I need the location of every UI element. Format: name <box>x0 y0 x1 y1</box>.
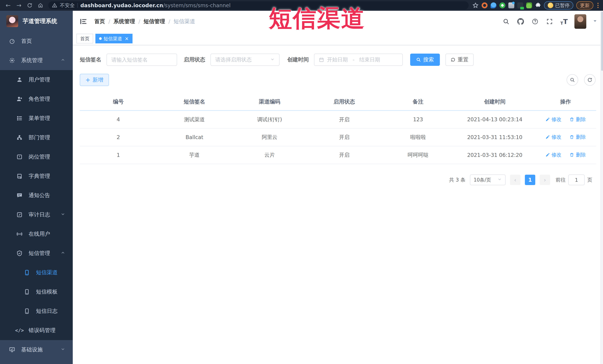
breadcrumb-system[interactable]: 系统管理 <box>114 18 135 25</box>
sidebar-item-notice[interactable]: 通知公告 <box>0 186 73 205</box>
sidebar-item-sms-log[interactable]: 短信日志 <box>0 301 73 321</box>
bookmark-star-icon[interactable] <box>472 2 479 9</box>
reset-button[interactable]: 重置 <box>445 54 474 66</box>
calendar-icon <box>319 57 324 62</box>
sidebar-item-sms-management[interactable]: 短信管理 <box>0 244 73 263</box>
role-icon <box>16 96 23 102</box>
col-header-created: 创建时间 <box>455 93 535 110</box>
sms-channel-table: 编号 短信签名 渠道编码 启用状态 备注 创建时间 操作 4 测试渠道 调试(钉… <box>80 93 596 164</box>
delete-link[interactable]: 删除 <box>569 134 586 140</box>
toggle-search-button[interactable] <box>567 74 578 86</box>
current-page-button[interactable]: 1 <box>525 175 535 185</box>
page-jumper: 前往 页 <box>556 175 592 185</box>
next-page-button[interactable]: › <box>540 175 550 185</box>
end-date-placeholder[interactable]: 结束日期 <box>359 56 380 63</box>
sidebar-item-users[interactable]: 用户管理 <box>0 70 73 89</box>
browser-update-button[interactable]: 更新 <box>576 1 593 10</box>
sidebar-toggle-button[interactable] <box>77 15 90 28</box>
search-button[interactable]: 搜索 <box>410 54 440 66</box>
monitor-icon <box>9 346 16 353</box>
home-icon <box>38 3 43 8</box>
github-icon[interactable] <box>517 17 525 26</box>
paused-label: 已暂停 <box>555 2 569 9</box>
extension-icon-dark-on[interactable] <box>517 2 523 8</box>
sidebar-item-online-users[interactable]: 在线用户 <box>0 224 73 244</box>
signature-label: 短信签名 <box>80 56 101 63</box>
header-search-button[interactable] <box>502 17 510 26</box>
fullscreen-icon[interactable] <box>545 17 554 26</box>
page-size-select[interactable]: 10条/页 <box>470 175 506 185</box>
sidebar-item-audit-log[interactable]: 审计日志 <box>0 205 73 224</box>
col-header-code: 渠道编码 <box>232 93 307 110</box>
signature-input[interactable] <box>106 54 177 66</box>
sidebar-item-depts[interactable]: 部门管理 <box>0 128 73 147</box>
sidebar-logo[interactable]: 芋道管理系统 <box>0 11 73 32</box>
status-label: 启用状态 <box>184 56 205 63</box>
sidebar-item-system[interactable]: 系统管理 <box>0 51 73 70</box>
security-label[interactable]: 不安全 <box>60 2 75 9</box>
extension-icon-pin[interactable] <box>490 2 497 8</box>
prev-page-button[interactable]: ‹ <box>510 175 521 185</box>
menu-tree-icon <box>16 115 23 122</box>
breadcrumb-sms[interactable]: 短信管理 <box>144 18 165 25</box>
refresh-icon <box>587 77 592 83</box>
divider <box>77 3 78 8</box>
scrollbar-thumb[interactable] <box>601 11 603 71</box>
sidebar-item-sms-template[interactable]: 短信模板 <box>0 282 73 301</box>
col-header-status: 启用状态 <box>307 93 381 110</box>
extensions-puzzle-icon[interactable] <box>535 2 541 8</box>
delete-link[interactable]: 删除 <box>569 152 586 158</box>
caret-down-icon[interactable] <box>593 19 597 25</box>
edit-link[interactable]: 修改 <box>545 116 562 123</box>
table-row: 4 测试渠道 调试(钉钉) 开启 123 2021-04-13 00:23:14… <box>80 110 596 128</box>
address-bar[interactable]: 不安全 dashboard.yudao.iocoder.cn/system/sm… <box>48 1 469 10</box>
page-scrollbar[interactable] <box>600 11 603 364</box>
extension-icon-gray[interactable] <box>508 2 514 8</box>
add-button[interactable]: + 新增 <box>80 74 109 86</box>
chevron-down-icon <box>270 57 275 63</box>
sidebar-item-posts[interactable]: 岗位管理 <box>0 147 73 166</box>
sidebar-item-dict[interactable]: 字典管理 <box>0 166 73 186</box>
chevron-down-icon <box>497 177 502 183</box>
table-toolbar: + 新增 <box>80 74 596 86</box>
edit-link[interactable]: 修改 <box>545 134 562 140</box>
profile-paused-pill[interactable]: 已暂停 <box>544 1 573 10</box>
user-avatar[interactable] <box>574 14 586 29</box>
browser-home-button[interactable] <box>36 1 45 10</box>
browser-forward-button[interactable]: → <box>14 1 24 10</box>
browser-back-button[interactable]: ← <box>3 1 13 10</box>
extension-icon-orange[interactable] <box>482 2 487 8</box>
extension-icon-sprout[interactable] <box>526 2 532 8</box>
sidebar-item-menus[interactable]: 菜单管理 <box>0 109 73 128</box>
status-select[interactable]: 请选择启用状态 <box>210 54 279 66</box>
date-range-picker[interactable]: 开始日期 - 结束日期 <box>314 54 403 66</box>
page-jump-input[interactable] <box>568 175 585 185</box>
url-text[interactable]: dashboard.yudao.iocoder.cn/system/sms/sm… <box>80 2 231 9</box>
close-tab-icon[interactable]: × <box>124 36 129 41</box>
message-bubble-icon <box>16 192 23 199</box>
post-icon <box>16 153 23 160</box>
sidebar-item-sms-channel[interactable]: 短信渠道 <box>0 263 73 282</box>
refresh-table-button[interactable] <box>584 74 596 86</box>
edit-link[interactable]: 修改 <box>545 152 562 158</box>
dashboard-icon <box>9 38 16 45</box>
table-row: 1 芋道 云片 开启 呵呵呵哒 2021-03-31 06:12:20 修改 删… <box>80 146 596 164</box>
table-header-row: 编号 短信签名 渠道编码 启用状态 备注 创建时间 操作 <box>80 93 596 110</box>
sidebar-item-infrastructure[interactable]: 基础设施 <box>0 340 73 359</box>
delete-link[interactable]: 删除 <box>569 116 586 123</box>
extension-icon-green-check[interactable] <box>499 2 505 8</box>
active-tab-dot <box>99 37 102 40</box>
sidebar-item-error-code[interactable]: </> 错误码管理 <box>0 321 73 340</box>
breadcrumb-home[interactable]: 首页 <box>94 18 105 25</box>
sidebar-item-roles[interactable]: 角色管理 <box>0 89 73 109</box>
browser-refresh-button[interactable] <box>25 1 35 10</box>
tab-sms-channel[interactable]: 短信渠道 × <box>95 34 132 43</box>
signature-input-field[interactable] <box>111 57 172 63</box>
help-icon[interactable] <box>531 17 539 26</box>
sidebar-item-home[interactable]: 首页 <box>0 32 73 51</box>
tab-home[interactable]: 首页 <box>76 34 93 43</box>
browser-menu-button[interactable] <box>596 3 600 8</box>
font-size-icon[interactable]: TT <box>560 17 568 26</box>
gear-icon <box>9 57 16 64</box>
start-date-placeholder[interactable]: 开始日期 <box>327 56 348 63</box>
